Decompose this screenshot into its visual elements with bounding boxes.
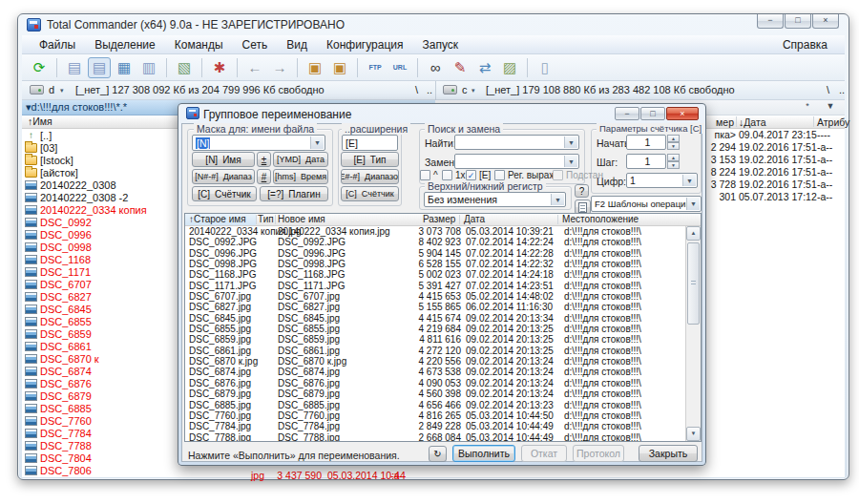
reload-button[interactable]: ↻ xyxy=(429,446,447,462)
spin-down-icon[interactable]: ▼ xyxy=(667,142,680,150)
column-divider[interactable] xyxy=(736,116,737,127)
preview-row[interactable]: DSC_0996.JPGDSC_0996.JPG5 904 14507.02.2… xyxy=(185,248,685,259)
spin-down-icon[interactable]: ▼ xyxy=(667,161,680,169)
chevron-down-icon[interactable]: ▼ xyxy=(682,175,696,186)
preview-row[interactable]: DSC_7760.jpgDSC_7760.jpg4 816 26505.03.2… xyxy=(185,410,685,421)
checkbox-Подстан[interactable]: Подстан xyxy=(553,170,603,180)
spin-up-icon[interactable]: ▲ xyxy=(667,135,680,142)
checkbox-box[interactable]: ✓ xyxy=(466,170,476,180)
left-up-button[interactable]: .. xyxy=(427,84,432,95)
preview-row[interactable]: DSC_6885.jpgDSC_6885.jpg4 656 46609.02.2… xyxy=(185,400,685,410)
preview-row[interactable]: DSC_7784.jpgDSC_7784.jpg2 849 22805.03.2… xyxy=(185,421,685,431)
spin-up-icon[interactable]: ▲ xyxy=(667,154,680,161)
ext-counter-button[interactable]: [C]Счётчик xyxy=(341,186,399,201)
old-name-column-header[interactable]: ↑Старое имя xyxy=(189,214,246,224)
column-divider[interactable] xyxy=(813,116,814,127)
counter-start-input[interactable]: 1 xyxy=(626,135,666,150)
preview-row[interactable]: DSC_6859.jpgDSC_6859.jpg4 811 61609.02.2… xyxy=(185,334,685,345)
mask-combo[interactable]: [N] ▼ xyxy=(192,135,325,151)
mask-hash-button[interactable]: # xyxy=(257,169,271,184)
right-root-button[interactable]: \ xyxy=(827,84,829,95)
preview-row[interactable]: DSC_6861.jpgDSC_6861.jpg4 272 12009.02.2… xyxy=(185,346,685,356)
preview-row[interactable]: DSC_1171.JPGDSC_1171.JPG5 391 42707.02.2… xyxy=(185,281,685,291)
checkbox-[E][interactable]: ✓[E] xyxy=(466,170,491,180)
show-all-files-icon[interactable]: ✱ xyxy=(208,57,231,78)
preview-row[interactable]: DSC_0992.JPGDSC_0992.JPG8 402 92307.02.2… xyxy=(185,237,685,247)
scrollbar-thumb[interactable] xyxy=(687,242,700,325)
menu-item-Выделение[interactable]: Выделение xyxy=(85,35,165,54)
copy-info-icon[interactable]: ▨ xyxy=(498,57,521,78)
chevron-down-icon[interactable]: ▼ xyxy=(564,136,577,148)
help-button[interactable]: ? xyxy=(575,184,589,198)
preview-row[interactable]: DSC_6707.jpgDSC_6707.jpg4 415 65305.02.2… xyxy=(185,291,685,302)
mask-plusminus-button[interactable]: ± xyxy=(257,152,271,167)
search-icon[interactable]: ∞ xyxy=(424,57,447,78)
mask-name-button[interactable]: [N]Имя xyxy=(192,152,255,167)
checkbox-Рег. выраж.[interactable]: Рег. выраж. xyxy=(494,170,558,180)
forward-icon[interactable]: → xyxy=(268,57,291,78)
column-divider[interactable] xyxy=(459,215,460,224)
column-divider[interactable] xyxy=(256,215,257,224)
menu-item-Файлы[interactable]: Файлы xyxy=(30,35,85,54)
counter-step-stepper[interactable]: ▲▼ xyxy=(667,154,680,169)
attr-column-header[interactable]: Атрибу xyxy=(817,116,849,128)
drive-c-letter[interactable]: c xyxy=(462,84,468,95)
mask-time-button[interactable]: [hms]Время xyxy=(273,169,328,184)
close-dialog-button[interactable]: Закрыть xyxy=(639,445,698,462)
counter-start-stepper[interactable]: ▲▼ xyxy=(667,135,680,150)
favorites-button[interactable]: * xyxy=(799,101,816,111)
preview-row[interactable]: DSC_6879.jpgDSC_6879.jpg4 560 39809.02.2… xyxy=(185,388,685,399)
left-root-button[interactable]: \ xyxy=(415,84,418,95)
find-input[interactable]: ▼ xyxy=(454,135,579,150)
new-name-column-header[interactable]: Новое имя xyxy=(278,214,325,224)
counter-step-input[interactable]: 1 xyxy=(626,154,666,169)
location-column-header[interactable]: Местоположение xyxy=(562,214,639,224)
preview-row[interactable]: DSC_6874.jpgDSC_6874.jpg4 673 53809.02.2… xyxy=(185,367,685,377)
back-icon[interactable]: ← xyxy=(243,57,266,78)
unpack-files-icon[interactable]: ▣ xyxy=(328,57,351,78)
full-view-icon[interactable]: ▤ xyxy=(88,57,111,78)
drive-c-dropdown-icon[interactable]: ▾ xyxy=(471,87,475,94)
preview-row[interactable]: DSC_6827.jpgDSC_6827.jpg5 155 86506.02.2… xyxy=(185,302,685,312)
preview-scrollbar[interactable]: ▲ ▼ xyxy=(685,226,701,441)
preview-row[interactable]: DSC_6876.jpgDSC_6876.jpg4 090 05309.02.2… xyxy=(185,378,685,388)
checkbox-box[interactable] xyxy=(442,170,452,180)
scroll-down-icon[interactable]: ▼ xyxy=(686,427,701,441)
ext-range-button[interactable]: [E#-#]Диапазон xyxy=(341,169,399,184)
menu-item-Запуск[interactable]: Запуск xyxy=(413,35,469,54)
chevron-down-icon[interactable]: ▼ xyxy=(551,194,564,205)
compare-dirs-icon[interactable]: ▧ xyxy=(173,57,196,78)
preview-row[interactable]: DSC_7788.jpgDSC_7788.jpg2 668 08405.03.2… xyxy=(185,432,685,441)
thumbnails-view-icon[interactable]: ▦ xyxy=(113,57,136,78)
checkbox-box[interactable] xyxy=(494,170,505,180)
menu-item-Сеть[interactable]: Сеть xyxy=(233,35,278,54)
chevron-down-icon[interactable]: ▼ xyxy=(564,156,577,167)
dialog-close-button[interactable]: × xyxy=(666,107,699,120)
chevron-down-icon[interactable]: ▼ xyxy=(686,198,700,210)
counter-digits-combo[interactable]: 1 ▼ xyxy=(626,173,698,188)
drive-d-dropdown-icon[interactable]: ▾ xyxy=(60,87,64,94)
maximize-button[interactable]: □ xyxy=(785,14,811,29)
sync-dirs-icon[interactable]: ⇄ xyxy=(473,57,496,78)
mask-date-button[interactable]: [YMD]Дата xyxy=(273,152,328,167)
type-column-header[interactable]: Тип xyxy=(258,214,274,224)
preview-row[interactable]: DSC_6870 к.jpgDSC_6870 к.jpg4 220 55609.… xyxy=(185,356,685,367)
checkbox-box[interactable] xyxy=(420,170,430,180)
checkbox-1x[interactable]: 1x xyxy=(442,170,466,180)
execute-button[interactable]: Выполнить xyxy=(452,445,515,462)
ext-type-button[interactable]: [E]Тип xyxy=(341,152,399,167)
menu-item-help[interactable]: Справка xyxy=(783,38,828,52)
extension-mask-input[interactable]: [E] xyxy=(342,135,398,151)
titlebar[interactable]: Total Commander (x64) 9.0a - НЕ ЗАРЕГИСТ… xyxy=(18,14,849,35)
mask-range-button[interactable]: [N#-#]Диапаз xyxy=(192,169,255,184)
date-column-header[interactable]: Дата xyxy=(464,214,485,224)
close-button[interactable]: × xyxy=(812,14,839,29)
pack-files-icon[interactable]: ▣ xyxy=(304,57,326,78)
preview-row[interactable]: DSC_0998.JPGDSC_0998.JPG6 528 15507.02.2… xyxy=(185,259,685,269)
mask-plugin-button[interactable]: [=?]Плагин xyxy=(260,186,328,201)
menu-item-Вид[interactable]: Вид xyxy=(277,35,317,54)
preview-row[interactable]: 20140222_0334 копия.jpg20140222_0334 коп… xyxy=(185,226,685,237)
minimize-button[interactable]: − xyxy=(757,14,784,29)
replace-input[interactable]: ▼ xyxy=(454,154,579,169)
multi-rename-icon[interactable]: ✎ xyxy=(449,57,471,78)
